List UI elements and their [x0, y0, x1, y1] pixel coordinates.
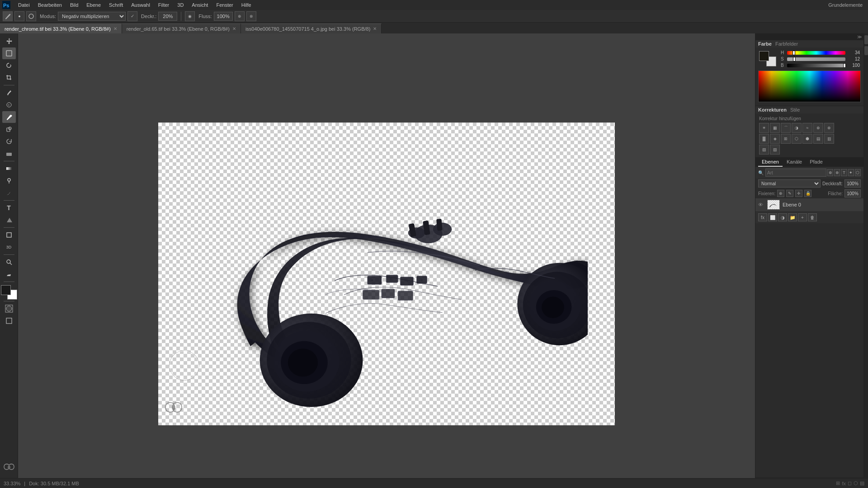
menu-ansicht[interactable]: Ansicht	[188, 1, 212, 9]
deckr-input[interactable]	[158, 12, 177, 21]
ebenen-new-btn[interactable]: +	[798, 213, 807, 221]
corr-vibrance[interactable]: ≈	[802, 123, 812, 133]
foreground-color[interactable]	[1, 285, 11, 295]
ebenen-icon-3[interactable]: T	[841, 169, 847, 176]
lock-paint-icon[interactable]: ✎	[786, 190, 793, 197]
layer-row-0[interactable]: 👁	[755, 198, 863, 211]
tool-dodge[interactable]	[2, 175, 16, 187]
tool-text[interactable]: T	[2, 202, 16, 214]
flaeche-input[interactable]	[844, 189, 861, 197]
ebenen-adj-btn[interactable]: ◑	[778, 213, 787, 221]
tool-zoom[interactable]	[2, 256, 16, 268]
fluss-input[interactable]	[214, 12, 233, 21]
brush-options-icon[interactable]	[26, 11, 36, 21]
ebenen-mask-btn[interactable]: ⬜	[768, 213, 777, 221]
corr-poster[interactable]: ▤	[813, 134, 823, 144]
canvas-area[interactable]	[18, 33, 755, 478]
lock-all-icon[interactable]: 🔒	[804, 190, 811, 197]
tab-close-2[interactable]: ✕	[373, 26, 377, 31]
corr-colorbalance[interactable]: ⊗	[824, 123, 834, 133]
tool-crop[interactable]	[2, 72, 16, 84]
tool-3d[interactable]: 3D	[2, 241, 16, 253]
menu-hilfe[interactable]: Hilfe	[238, 1, 255, 9]
tab-pfade[interactable]: Pfade	[806, 158, 826, 167]
tool-brush[interactable]	[2, 111, 16, 123]
menu-schrift[interactable]: Schrift	[105, 1, 127, 9]
corr-curves[interactable]: ⌒	[781, 123, 791, 133]
tool-eyedropper[interactable]	[2, 87, 16, 99]
color-spectrum[interactable]	[758, 70, 861, 102]
corr-channelmix[interactable]: ⊞	[781, 134, 791, 144]
canvas-document[interactable]	[158, 122, 615, 425]
collapse-btn-2[interactable]	[864, 46, 868, 55]
tablet-pressure-icon[interactable]: ⊗	[246, 11, 256, 21]
ebenen-fx-btn[interactable]: fx	[758, 213, 767, 221]
tool-clone-stamp[interactable]	[2, 123, 16, 135]
menu-bild[interactable]: Bild	[66, 1, 82, 9]
tool-history-brush[interactable]	[2, 136, 16, 147]
ebenen-delete-btn[interactable]: 🗑	[808, 213, 817, 221]
corr-invert[interactable]: ⬢	[802, 134, 812, 144]
bri-track[interactable]	[787, 64, 845, 67]
tab-1[interactable]: render_old.65.tif bei 33.3% (Ebene 0, RG…	[122, 23, 241, 33]
tab-close-0[interactable]: ✕	[113, 26, 117, 31]
tool-move[interactable]	[2, 35, 16, 47]
menu-3d[interactable]: 3D	[174, 1, 187, 9]
layer-visibility-icon[interactable]: 👁	[758, 202, 764, 207]
mode-select[interactable]: Negativ multiplizieren	[58, 12, 126, 21]
farbfelder-tab[interactable]: Farbfelder	[775, 41, 798, 47]
tool-selection[interactable]	[2, 47, 16, 59]
ebenen-icon-2[interactable]: ⊗	[834, 169, 840, 176]
ebenen-group-btn[interactable]: 📁	[788, 213, 797, 221]
menu-fenster[interactable]: Fenster	[212, 1, 236, 9]
stile-tab[interactable]: Stile	[790, 107, 800, 113]
fg-color-swatch[interactable]	[759, 51, 769, 61]
menu-datei[interactable]: Datei	[14, 1, 33, 9]
status-icon-3[interactable]: ◻	[848, 480, 852, 486]
tool-spot-heal[interactable]: +	[2, 99, 16, 111]
tool-rectangle[interactable]	[2, 229, 16, 241]
status-icon-1[interactable]: ⊞	[836, 480, 840, 486]
menu-ebene[interactable]: Ebene	[83, 1, 104, 9]
menu-auswahl[interactable]: Auswahl	[127, 1, 154, 9]
tool-gradient[interactable]	[2, 163, 16, 174]
panel-expand-icon[interactable]: ≫	[857, 34, 862, 39]
brush-tool-icon[interactable]	[3, 11, 13, 21]
corr-bw[interactable]: ▓	[759, 134, 769, 144]
ebenen-search-input[interactable]	[765, 169, 826, 177]
ebenen-icon-1[interactable]: ⊕	[827, 169, 833, 176]
menu-bearbeiten[interactable]: Bearbeiten	[34, 1, 66, 9]
status-icon-2[interactable]: fx	[842, 481, 846, 486]
brush-size-icon[interactable]: ●	[14, 11, 24, 21]
tab-kanale[interactable]: Kanäle	[783, 158, 806, 167]
menu-filter[interactable]: Filter	[155, 1, 173, 9]
collapse-btn-1[interactable]	[864, 35, 868, 44]
ebenen-icon-5[interactable]: ⬡	[855, 169, 861, 176]
tool-screen-mode[interactable]	[2, 315, 16, 327]
status-icon-4[interactable]: ⬡	[854, 480, 858, 486]
hue-track[interactable]	[787, 51, 845, 55]
tab-ebenen[interactable]: Ebenen	[758, 158, 783, 167]
pressure-icon[interactable]: ⊕	[235, 11, 245, 21]
sat-track[interactable]	[787, 57, 845, 61]
tool-hand[interactable]	[2, 268, 16, 280]
tool-eraser[interactable]	[2, 148, 16, 160]
airbrush-icon[interactable]: ◉	[185, 11, 195, 21]
tool-quick-mask[interactable]	[2, 303, 16, 314]
tab-close-1[interactable]: ✕	[232, 26, 236, 31]
corr-exposure[interactable]: ◑	[792, 123, 802, 133]
tab-2[interactable]: iss040e006780_1455070715 4_o.jpg bei 33.…	[241, 23, 382, 33]
status-icon-5[interactable]: ▤	[860, 480, 864, 486]
corr-brightness[interactable]: ☀	[759, 123, 769, 133]
tool-path-select[interactable]	[2, 214, 16, 226]
corr-threshold[interactable]: ▥	[824, 134, 834, 144]
mode-options-icon[interactable]: ✓	[127, 11, 137, 21]
corr-gradient-map[interactable]: ▧	[759, 145, 769, 155]
opacity-input[interactable]	[844, 179, 861, 188]
blend-mode-select[interactable]: Normal Auflösen Abdunkeln Negativ multip…	[758, 179, 821, 188]
corr-colorlookup[interactable]: ⬡	[792, 134, 802, 144]
corr-selective-color[interactable]: ▨	[770, 145, 780, 155]
tab-0[interactable]: render_chrome.tif bei 33.3% (Ebene 0, RG…	[0, 23, 122, 33]
lock-pos-icon[interactable]: ⊕	[777, 190, 784, 197]
tool-pen[interactable]	[2, 187, 16, 199]
